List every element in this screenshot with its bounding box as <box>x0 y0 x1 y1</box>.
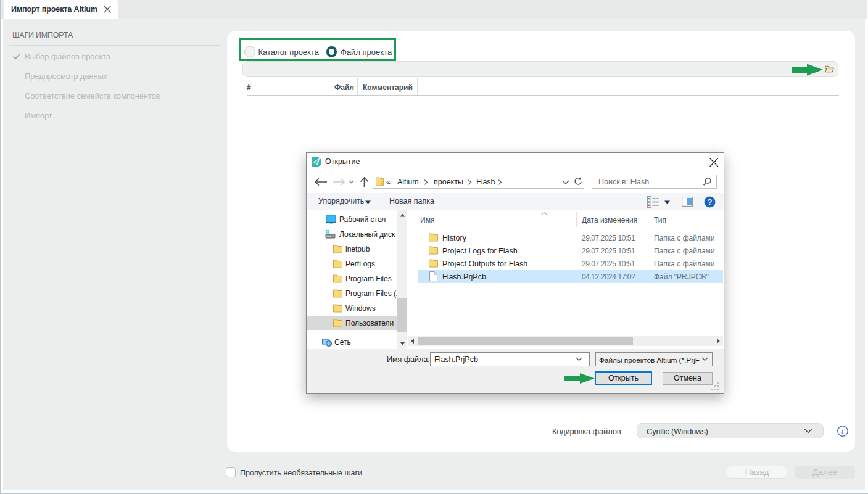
svg-text:i: i <box>841 427 843 435</box>
svg-text:?: ? <box>708 197 713 207</box>
